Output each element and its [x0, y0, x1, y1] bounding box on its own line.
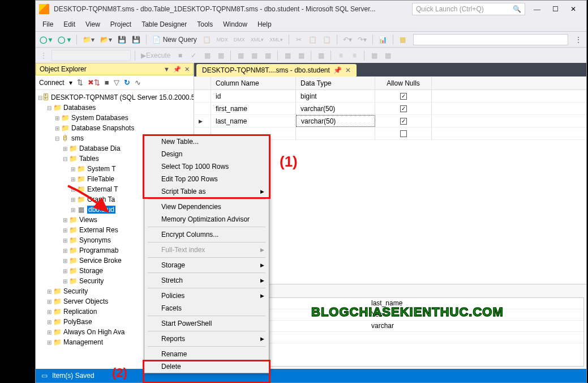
header-allow-nulls[interactable]: Allow Nulls — [375, 76, 432, 90]
menu-help[interactable]: Help — [253, 19, 276, 30]
execute-button[interactable]: ▶ Execute — [139, 49, 172, 62]
header-data-type[interactable]: Data Type — [296, 76, 375, 90]
tree-filetables[interactable]: FileTable — [87, 175, 114, 183]
save-button[interactable]: 💾 — [116, 33, 128, 46]
redo-button[interactable]: ↷▾ — [356, 33, 368, 46]
tree-external-resources[interactable]: External Res — [79, 226, 118, 234]
indent-icon[interactable]: ≡ — [335, 49, 346, 62]
checkbox-nulls[interactable] — [400, 130, 407, 137]
context-item[interactable]: Edit Top 200 Rows — [144, 173, 269, 185]
misc-icon[interactable]: 📊 — [377, 33, 389, 46]
tree-db-security[interactable]: Security — [79, 277, 104, 285]
tree-tables[interactable]: Tables — [79, 155, 99, 163]
db-query-icon[interactable]: 📋 — [201, 33, 213, 46]
context-item[interactable]: Select Top 1000 Rows — [144, 160, 269, 173]
tree-always-on[interactable]: Always On High Ava — [63, 328, 125, 336]
menu-edit[interactable]: Edit — [59, 19, 80, 30]
t3[interactable]: ▦ — [262, 49, 273, 62]
stop-icon[interactable]: ■ — [105, 78, 109, 87]
t7[interactable]: ▦ — [368, 49, 380, 62]
context-item[interactable]: Policies▶ — [144, 290, 269, 302]
cell-column-name[interactable]: first_name — [211, 103, 296, 114]
context-item[interactable]: Delete — [144, 360, 269, 373]
tree-management[interactable]: Management — [63, 338, 103, 346]
undo-button[interactable]: ↶▾ — [341, 33, 354, 46]
stop-button[interactable]: ■ — [174, 49, 186, 62]
context-item[interactable]: Memory Optimization Advisor — [144, 213, 269, 225]
outdent-icon[interactable]: ≡ — [349, 49, 360, 62]
maximize-button[interactable]: ☐ — [550, 5, 560, 14]
menu-window[interactable]: Window — [218, 19, 252, 30]
cell-data-type[interactable]: varchar(50) — [296, 115, 375, 127]
quick-launch-input[interactable]: Quick Launch (Ctrl+Q) 🔍 — [412, 3, 525, 15]
nav-back-button[interactable]: ◯ ▾ — [38, 33, 54, 46]
grid-row[interactable]: first_name varchar(50) ✓ — [194, 103, 586, 115]
tree-synonyms[interactable]: Synonyms — [79, 236, 111, 244]
tree-system-tables[interactable]: System T — [87, 165, 115, 173]
context-item[interactable]: Storage▶ — [144, 259, 269, 271]
designer-grid[interactable]: Column Name Data Type Allow Nulls id big… — [194, 76, 586, 140]
tab-student[interactable]: DESKTOP-TQPNM8T....sms - dbo.student 📌 ✕ — [196, 64, 357, 76]
dropdown-icon[interactable]: ▼ — [164, 66, 170, 73]
context-item[interactable]: Start PowerShell — [144, 317, 269, 330]
cut-button[interactable]: ✂ — [293, 33, 304, 46]
save-all-button[interactable]: 💾 — [130, 33, 142, 46]
mdx-icon[interactable]: MDX — [215, 33, 230, 46]
tree-polybase[interactable]: PolyBase — [63, 318, 92, 326]
tree-server-objects[interactable]: Server Objects — [63, 297, 108, 305]
tree-programmability[interactable]: Programmab — [79, 246, 118, 254]
t4[interactable]: ▦ — [282, 49, 293, 62]
context-item[interactable]: Design — [144, 148, 269, 160]
xmla2-icon[interactable]: XML▾ — [268, 33, 285, 46]
filter-icon[interactable]: ▽ — [114, 78, 119, 87]
t6[interactable]: ▦ — [315, 49, 327, 62]
pulse-icon[interactable]: ∿ — [135, 78, 141, 87]
grid-row[interactable]: last_name varchar(50) ✓ — [194, 115, 586, 127]
cell-column-name[interactable]: id — [211, 90, 296, 102]
tree-databases[interactable]: Databases — [63, 104, 96, 112]
context-item[interactable]: New Table... — [144, 135, 269, 148]
database-combo[interactable] — [51, 50, 131, 61]
context-item[interactable]: View Dependencies — [144, 201, 269, 213]
tree-db-sms[interactable]: sms — [71, 134, 84, 142]
t1[interactable]: ▦ — [235, 49, 246, 62]
paste-button[interactable]: 📋 — [321, 33, 333, 46]
plan-icon[interactable]: ▦ — [201, 49, 213, 62]
connect-icon[interactable]: ⇅ — [77, 78, 83, 87]
refresh-icon[interactable]: ↻ — [124, 78, 130, 87]
t2[interactable]: ▦ — [248, 49, 260, 62]
cell-column-name[interactable]: last_name — [211, 115, 296, 127]
tree-database-diagrams[interactable]: Database Dia — [79, 144, 121, 152]
tree-server-root[interactable]: DESKTOP-TQPNM8T (SQL Server 15.0.2000.5 — [51, 93, 194, 101]
pin-tab-icon[interactable]: 📌 — [333, 66, 342, 74]
context-item[interactable]: Encrypt Columns... — [144, 228, 269, 241]
header-column-name[interactable]: Column Name — [211, 76, 296, 90]
context-item[interactable]: Facets — [144, 302, 269, 314]
context-item[interactable]: Full-Text index▶ — [144, 244, 269, 256]
tree-storage[interactable]: Storage — [79, 267, 103, 275]
menu-tools[interactable]: Tools — [192, 19, 217, 30]
context-item[interactable]: Rename — [144, 348, 269, 360]
t8[interactable]: ▦ — [382, 49, 393, 62]
minimize-button[interactable]: — — [532, 5, 542, 14]
new-project-button[interactable]: 📁▾ — [81, 33, 96, 46]
new-query-button[interactable]: New Query — [151, 33, 199, 46]
close-panel-icon[interactable]: ✕ — [184, 66, 190, 73]
checkbox-nulls[interactable]: ✓ — [400, 118, 407, 125]
pin-icon[interactable]: 📌 — [173, 66, 181, 73]
menu-view[interactable]: View — [81, 19, 105, 30]
tree-replication[interactable]: Replication — [63, 308, 97, 316]
context-item[interactable]: Reports▶ — [144, 333, 269, 345]
tree-service-broker[interactable]: Service Broke — [79, 257, 122, 265]
open-button[interactable]: 📂▾ — [98, 33, 114, 46]
menu-project[interactable]: Project — [106, 19, 136, 30]
layout-icon[interactable]: ▦ — [397, 33, 409, 46]
connect-button[interactable]: Connect — [39, 79, 65, 87]
checkbox-nulls[interactable]: ✓ — [400, 93, 407, 100]
checkbox-nulls[interactable]: ✓ — [400, 105, 407, 112]
close-button[interactable]: ✕ — [568, 5, 578, 14]
grid-row[interactable]: id bigint ✓ — [194, 90, 586, 103]
nav-forward-button[interactable]: ◯ ▾ — [56, 33, 72, 46]
menu-file[interactable]: File — [38, 19, 58, 30]
disconnect-icon[interactable]: ✖⇅ — [88, 78, 100, 87]
